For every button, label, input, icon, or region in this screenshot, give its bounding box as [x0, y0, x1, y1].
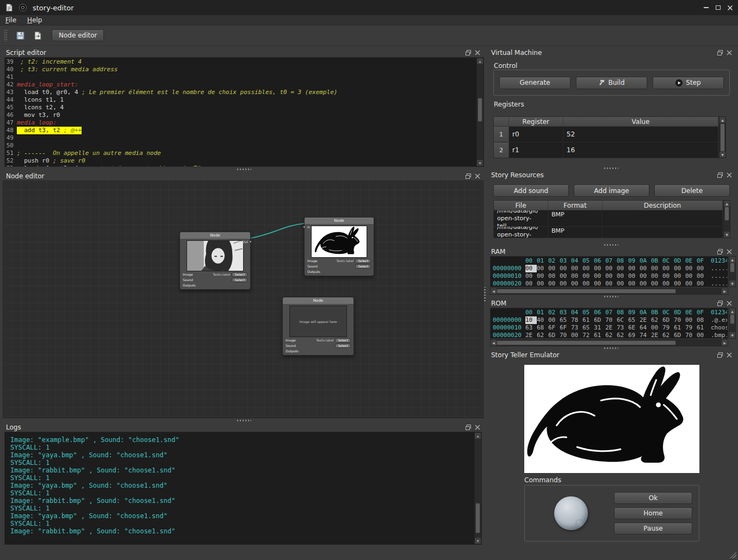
hex-byte-cell[interactable]: 69: [628, 332, 640, 339]
column-header[interactable]: Register: [509, 117, 563, 126]
hex-byte-cell[interactable]: 65: [560, 316, 571, 324]
splitter-handle[interactable]: [604, 296, 618, 297]
register-row[interactable]: 2r116: [494, 142, 718, 158]
node-select-button[interactable]: Select: [355, 264, 371, 269]
register-name-cell[interactable]: r0: [509, 127, 563, 142]
hex-byte-cell[interactable]: 00: [685, 265, 697, 272]
scroll-up-arrow-icon[interactable]: ▲: [729, 257, 735, 263]
hex-byte-selected[interactable]: 10: [525, 316, 537, 324]
splitter-handle[interactable]: [604, 244, 618, 246]
column-header[interactable]: Description: [603, 201, 723, 210]
node-title-bar[interactable]: Node: [305, 217, 374, 224]
column-header[interactable]: Format: [548, 201, 603, 210]
hex-byte-cell[interactable]: 00: [605, 265, 617, 272]
hex-byte-cell[interactable]: 62: [617, 332, 628, 339]
scrollbar-track[interactable]: [497, 288, 722, 294]
node-select-button[interactable]: Select: [355, 259, 371, 263]
hex-byte-cell[interactable]: 00: [640, 265, 651, 272]
scrollbar-thumb[interactable]: [477, 98, 482, 122]
menu-file[interactable]: File: [0, 16, 22, 24]
hex-byte-cell[interactable]: 00: [548, 272, 560, 280]
hex-byte-cell[interactable]: 00: [560, 280, 571, 287]
hex-byte-cell[interactable]: 00: [548, 316, 560, 324]
close-panel-icon[interactable]: [726, 172, 733, 178]
registers-table[interactable]: RegisterValue1r0522r116: [493, 116, 719, 158]
resources-scrollbar[interactable]: ▲▼: [723, 200, 730, 238]
ram-hscrollbar[interactable]: ◀▶: [490, 288, 728, 295]
ok-button[interactable]: Ok: [614, 492, 692, 504]
add-image-button[interactable]: Add image: [574, 184, 649, 197]
register-row[interactable]: 1r052: [494, 127, 718, 142]
hex-byte-cell[interactable]: 00: [594, 265, 605, 272]
close-panel-icon[interactable]: [474, 173, 481, 179]
hex-byte-cell[interactable]: 00: [571, 280, 582, 287]
hex-byte-cell[interactable]: 00: [651, 280, 662, 287]
undock-panel-icon[interactable]: [717, 352, 723, 358]
ram-vscrollbar[interactable]: ▲▼: [729, 256, 736, 287]
hex-byte-cell[interactable]: 00: [571, 272, 582, 280]
hex-byte-cell[interactable]: 2E: [640, 316, 651, 324]
hex-byte-cell[interactable]: 73: [571, 324, 582, 332]
node-connection[interactable]: [251, 223, 304, 238]
node-editor-panel-titlebar[interactable]: Node editor: [2, 171, 484, 181]
hex-byte-cell[interactable]: 00: [651, 324, 662, 332]
scrollbar-track[interactable]: [729, 263, 735, 281]
scrollbar-thumb[interactable]: [497, 340, 676, 345]
scrollbar-thumb[interactable]: [475, 503, 480, 533]
hex-byte-cell[interactable]: 00: [571, 332, 582, 339]
scroll-up-arrow-icon[interactable]: ▲: [720, 117, 725, 123]
hex-byte-cell[interactable]: 73: [617, 324, 628, 332]
scrollbar-track[interactable]: [497, 340, 722, 346]
undock-panel-icon[interactable]: [465, 173, 472, 179]
scrollbar-thumb[interactable]: [730, 263, 735, 272]
hex-byte-cell[interactable]: 00: [662, 280, 674, 287]
build-button[interactable]: Build: [576, 77, 647, 89]
scroll-up-arrow-icon[interactable]: ▲: [729, 308, 735, 314]
delete-button[interactable]: Delete: [654, 184, 730, 197]
hex-byte-cell[interactable]: 70: [674, 316, 685, 324]
hex-byte-cell[interactable]: 00: [525, 280, 537, 287]
scroll-left-arrow-icon[interactable]: ◀: [491, 340, 497, 346]
hex-byte-cell[interactable]: 61: [594, 332, 605, 339]
column-header[interactable]: File: [494, 201, 548, 210]
hex-byte-cell[interactable]: 00: [537, 265, 548, 272]
hex-byte-cell[interactable]: 64: [640, 324, 651, 332]
close-panel-icon[interactable]: [726, 300, 733, 307]
app-menu-icon[interactable]: [5, 3, 14, 12]
hex-byte-cell[interactable]: 2E: [651, 332, 662, 339]
hex-byte-cell[interactable]: 72: [582, 332, 594, 339]
hex-byte-cell[interactable]: 00: [582, 280, 594, 287]
splitter-handle[interactable]: [237, 169, 251, 170]
splitter-handle[interactable]: [604, 347, 618, 349]
maximize-button[interactable]: [712, 2, 724, 13]
hex-byte-cell[interactable]: 65: [628, 316, 640, 324]
hex-byte-cell[interactable]: 6E: [628, 324, 640, 332]
hex-byte-cell[interactable]: 00: [651, 265, 662, 272]
hex-byte-cell[interactable]: 62: [537, 332, 548, 339]
scroll-up-arrow-icon[interactable]: ▲: [724, 201, 730, 207]
format-cell[interactable]: BMP: [548, 227, 603, 238]
scroll-down-arrow-icon[interactable]: ▼: [477, 160, 483, 166]
home-button[interactable]: Home: [614, 507, 692, 519]
description-cell[interactable]: [603, 227, 723, 238]
step-button[interactable]: Step: [653, 77, 724, 89]
hex-byte-cell[interactable]: 00: [617, 272, 628, 280]
hex-byte-cell[interactable]: 00: [628, 280, 640, 287]
hex-byte-cell[interactable]: 08: [697, 316, 708, 324]
hex-byte-cell[interactable]: 2E: [525, 332, 537, 339]
splitter-handle[interactable]: [484, 287, 486, 301]
hex-byte-cell[interactable]: 68: [537, 324, 548, 332]
hex-byte-cell[interactable]: 6F: [548, 324, 560, 332]
hex-byte-cell[interactable]: 78: [571, 316, 582, 324]
scrollbar-track[interactable]: [477, 64, 483, 160]
hex-byte-cell[interactable]: 00: [674, 272, 685, 280]
hex-byte-cell[interactable]: 00: [640, 272, 651, 280]
hex-byte-cell[interactable]: 63: [525, 324, 537, 332]
file-cell[interactable]: /mnt/data/git/ open-story-tell…: [494, 210, 548, 226]
close-panel-icon[interactable]: [726, 248, 733, 255]
resource-row[interactable]: /mnt/data/git/ open-story-tell…BMP: [494, 227, 723, 238]
hex-byte-cell[interactable]: 2E: [605, 324, 617, 332]
scrollbar-track[interactable]: [724, 207, 730, 232]
log-output[interactable]: Image: "example.bmp" , Sound: "choose1.s…: [4, 432, 482, 545]
export-button[interactable]: [31, 29, 44, 42]
